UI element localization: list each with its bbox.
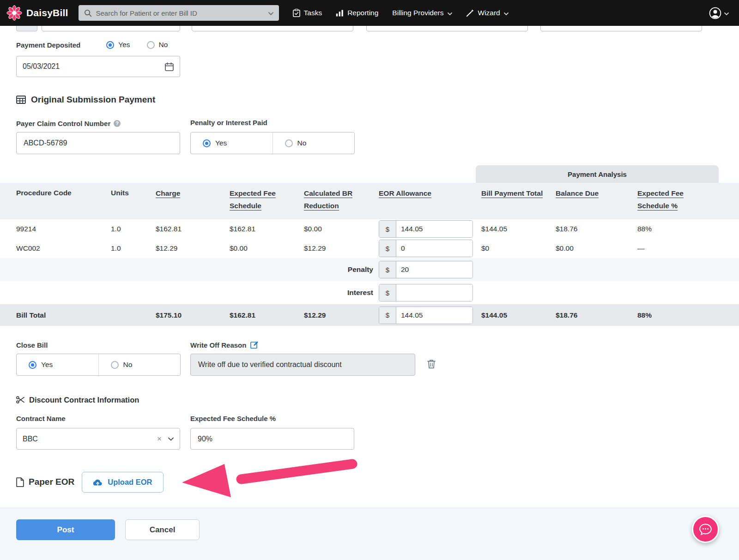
- payment-deposited-yes[interactable]: Yes: [106, 41, 130, 49]
- dollar-prefix: $: [379, 240, 396, 257]
- user-icon: [709, 7, 721, 19]
- cell-calc: $0.00: [304, 225, 379, 233]
- expected-fee-pct-field[interactable]: [190, 428, 354, 450]
- table-row: WC002 1.0 $12.29 $0.00 $12.29 $ $0 $0.00…: [0, 239, 739, 258]
- nav-billing-providers[interactable]: Billing Providers: [392, 9, 452, 17]
- bill-total-label: Bill Total: [16, 311, 111, 319]
- col-expected-fee-schedule-pct[interactable]: Expected Fee Schedule %: [637, 189, 719, 214]
- scissors-icon: [16, 396, 24, 403]
- brand[interactable]: DaisyBill: [6, 5, 68, 21]
- total-bill-payment: $144.05: [481, 311, 556, 319]
- chevron-down-icon: [504, 9, 509, 17]
- edit-icon[interactable]: [250, 341, 259, 349]
- nav-tasks-label: Tasks: [304, 9, 322, 17]
- contract-name-label: Contract Name: [16, 415, 66, 422]
- cell-expected: $162.81: [230, 225, 304, 233]
- payment-deposited-row: Payment Deposited Yes No: [16, 39, 739, 50]
- search-input[interactable]: Search for Patient or enter Bill ID: [79, 5, 279, 21]
- penalty-paid-yes[interactable]: Yes: [191, 132, 273, 154]
- discount-section-title: Discount Contract Information: [29, 396, 139, 404]
- total-expected: $162.81: [230, 311, 304, 319]
- upload-eor-button[interactable]: Upload EOR: [82, 472, 163, 493]
- radio-icon[interactable]: [285, 139, 293, 147]
- close-bill-section: Close Bill Yes No Write Off Reason: [16, 340, 739, 376]
- total-calc: $12.29: [304, 311, 379, 319]
- contract-name-select[interactable]: BBC ×: [16, 428, 180, 450]
- pdf-file-icon: [16, 477, 24, 487]
- expected-fee-pct-label: Expected Fee Schedule %: [190, 415, 276, 422]
- radio-selected-icon[interactable]: [106, 41, 114, 49]
- col-eor-allowance[interactable]: EOR Allowance: [379, 189, 481, 201]
- total-eor-input[interactable]: [396, 307, 472, 324]
- radio-icon[interactable]: [147, 41, 155, 49]
- penalty-paid-radio-group: Yes No: [190, 132, 355, 154]
- discount-labels-row: Contract Name Expected Fee Schedule %: [16, 415, 739, 424]
- penalty-paid-label: Penalty or Interest Paid: [190, 119, 267, 126]
- post-button[interactable]: Post: [16, 519, 115, 540]
- upload-eor-label: Upload EOR: [108, 478, 152, 487]
- total-eor-field: $: [379, 307, 473, 324]
- eor-allowance-input[interactable]: [396, 240, 472, 257]
- close-bill-radio-group: Yes No: [16, 354, 181, 376]
- table-row: 99214 1.0 $162.81 $162.81 $0.00 $ $144.0…: [0, 219, 739, 239]
- cutoff-field[interactable]: [42, 26, 180, 31]
- reporting-icon: [336, 10, 344, 17]
- radio-icon[interactable]: [111, 361, 119, 369]
- nav-wizard-label: Wizard: [478, 9, 500, 17]
- account-menu[interactable]: [709, 7, 729, 19]
- radio-selected-icon[interactable]: [203, 139, 211, 147]
- interest-input[interactable]: [396, 284, 472, 301]
- cutoff-field[interactable]: [540, 26, 702, 31]
- payment-deposited-no[interactable]: No: [147, 41, 168, 49]
- expected-fee-pct-input[interactable]: [197, 434, 348, 444]
- penalty-input[interactable]: [396, 261, 472, 278]
- cell-expected-pct: —: [637, 244, 719, 253]
- chat-widget-button[interactable]: [692, 516, 719, 543]
- nav-tasks[interactable]: Tasks: [293, 9, 322, 17]
- submission-labels-row: Payer Claim Control Number ? Penalty or …: [16, 119, 739, 128]
- close-bill-no[interactable]: No: [98, 354, 181, 375]
- table-header-row: Procedure Code Units Charge Expected Fee…: [0, 183, 739, 219]
- deposit-date-field[interactable]: 05/03/2021: [16, 56, 180, 77]
- cell-bill-payment-total: $144.05: [481, 225, 556, 233]
- search-caret-icon[interactable]: [268, 9, 273, 17]
- eor-allowance-field: $: [379, 220, 473, 238]
- payment-analysis-title: Payment Analysis: [568, 170, 627, 178]
- col-calculated-br-reduction[interactable]: Calculated BR Reduction: [304, 189, 379, 214]
- eor-allowance-input[interactable]: [396, 221, 472, 237]
- original-submission-header: Original Submission Payment: [16, 94, 739, 106]
- cutoff-field[interactable]: [366, 26, 528, 31]
- paper-eor-row: Paper EOR Upload EOR: [16, 471, 739, 493]
- nav-billing-providers-label: Billing Providers: [392, 9, 443, 17]
- radio-selected-icon[interactable]: [29, 361, 36, 369]
- chevron-down-icon: [448, 9, 452, 17]
- payer-claim-input[interactable]: [23, 138, 174, 148]
- nav-reporting[interactable]: Reporting: [336, 9, 378, 17]
- col-units: Units: [111, 189, 156, 197]
- help-icon[interactable]: ?: [114, 120, 121, 127]
- cell-bill-payment-total: $0: [481, 244, 556, 253]
- col-bill-payment-total[interactable]: Bill Payment Total: [481, 189, 556, 201]
- chevron-down-icon[interactable]: [168, 437, 174, 441]
- col-expected-fee-schedule[interactable]: Expected Fee Schedule: [230, 189, 304, 214]
- total-balance-due: $18.76: [556, 311, 637, 319]
- close-bill-label: Close Bill: [16, 341, 48, 349]
- nav-wizard[interactable]: Wizard: [466, 9, 509, 17]
- cell-units: 1.0: [111, 225, 156, 233]
- dollar-prefix: $: [379, 261, 396, 278]
- nav-reporting-label: Reporting: [347, 9, 378, 17]
- write-off-reason-field[interactable]: Write off due to verified contractual di…: [190, 354, 415, 376]
- cell-expected-pct: 88%: [637, 225, 719, 233]
- penalty-paid-no[interactable]: No: [273, 132, 355, 154]
- col-charge[interactable]: Charge: [156, 189, 230, 201]
- delete-write-off-button[interactable]: [425, 357, 437, 372]
- dollar-prefix: $: [379, 221, 396, 237]
- clear-icon[interactable]: ×: [153, 434, 165, 444]
- calendar-icon[interactable]: [165, 62, 174, 71]
- cutoff-field[interactable]: [192, 26, 353, 31]
- cancel-button[interactable]: Cancel: [125, 519, 200, 540]
- col-balance-due[interactable]: Balance Due: [556, 189, 637, 201]
- navbar: DaisyBill Search for Patient or enter Bi…: [0, 0, 739, 26]
- close-bill-yes[interactable]: Yes: [17, 354, 98, 375]
- payer-claim-field[interactable]: [16, 132, 180, 154]
